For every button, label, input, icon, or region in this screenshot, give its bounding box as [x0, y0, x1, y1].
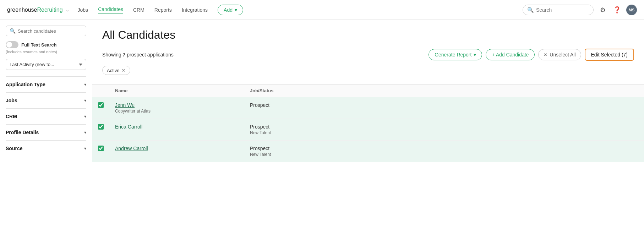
x-icon: ✕	[544, 52, 547, 58]
page-body: 🔍 Full Text Search (Includes resumes and…	[0, 20, 644, 229]
table-row: Jenn Wu Copywriter at Atlas Prospect	[92, 97, 644, 119]
candidate-status-jenn-wu: Prospect	[250, 102, 638, 108]
add-chevron-icon: ▾	[235, 7, 237, 13]
candidate-name-andrew-carroll[interactable]: Andrew Carroll	[115, 146, 239, 151]
filter-jobs-chevron-icon: ▾	[84, 98, 86, 103]
table-header: Name Job/Status	[92, 84, 644, 97]
filter-source-header[interactable]: Source ▾	[6, 146, 86, 151]
candidate-checkbox-erica-carroll[interactable]	[98, 124, 104, 130]
showing-suffix: prospect applications	[127, 52, 174, 58]
filter-application-type-chevron-icon: ▾	[84, 82, 86, 87]
filter-crm-chevron-icon: ▾	[84, 114, 86, 119]
filter-jobs: Jobs ▾	[6, 92, 86, 108]
filter-jobs-label: Jobs	[6, 98, 17, 103]
candidate-status-sub-andrew-carroll: New Talent	[250, 152, 638, 157]
full-text-row: Full Text Search	[6, 41, 86, 48]
remove-active-filter-button[interactable]: ✕	[121, 67, 126, 73]
includes-note: (Includes resumes and notes)	[6, 50, 86, 54]
table-row: Erica Carroll Prospect New Talent	[92, 119, 644, 141]
candidate-name-jenn-wu[interactable]: Jenn Wu	[115, 102, 239, 108]
toolbar: Showing 7 prospect applications Generate…	[102, 49, 634, 61]
top-nav: greenhouseRecruiting ⌄ Jobs Candidates C…	[0, 0, 644, 20]
unselect-all-label: Unselect All	[550, 52, 575, 58]
add-button[interactable]: Add ▾	[218, 5, 243, 15]
table-header-name: Name	[109, 84, 244, 97]
search-icon: 🔍	[527, 7, 534, 13]
generate-report-label: Generate Report	[435, 52, 471, 58]
showing-count: 7	[123, 52, 126, 58]
nav-link-integrations[interactable]: Integrations	[182, 7, 208, 13]
main-content: All Candidates Showing 7 prospect applic…	[92, 20, 644, 229]
filter-source-chevron-icon: ▾	[84, 146, 86, 151]
table-header-job-status: Job/Status	[244, 84, 644, 97]
table-row: Andrew Carroll Prospect New Talent	[92, 141, 644, 162]
logo-green: Recruiting	[37, 7, 63, 13]
nav-link-jobs[interactable]: Jobs	[78, 7, 88, 13]
filter-application-type-label: Application Type	[6, 82, 45, 87]
sidebar: 🔍 Full Text Search (Includes resumes and…	[0, 20, 92, 229]
generate-report-chevron-icon: ▾	[474, 52, 476, 58]
candidate-search-input[interactable]	[18, 28, 82, 34]
filter-application-type: Application Type ▾	[6, 76, 86, 92]
filter-crm-header[interactable]: CRM ▾	[6, 114, 86, 119]
settings-icon[interactable]: ⚙	[598, 5, 608, 15]
sort-select[interactable]: Last Activity (new to...	[6, 59, 86, 70]
showing-text: Showing 7 prospect applications	[102, 52, 425, 58]
generate-report-button[interactable]: Generate Report ▾	[429, 49, 482, 60]
active-filter-tags: Active ✕	[102, 66, 634, 75]
candidates-table-body: Jenn Wu Copywriter at Atlas Prospect Eri…	[92, 97, 644, 162]
candidates-table: Name Job/Status Jenn Wu Copywriter at At…	[92, 84, 644, 162]
toggle-knob	[6, 42, 12, 48]
logo-name: greenhouse	[7, 7, 37, 13]
showing-prefix: Showing	[102, 52, 123, 58]
logo: greenhouseRecruiting ⌄	[7, 7, 69, 13]
main-header: All Candidates Showing 7 prospect applic…	[92, 20, 644, 84]
table-header-checkbox-col	[92, 84, 109, 97]
filter-profile-details-chevron-icon: ▾	[84, 130, 86, 135]
filter-crm: CRM ▾	[6, 108, 86, 124]
full-text-toggle[interactable]	[6, 41, 18, 48]
global-search-box[interactable]: 🔍	[523, 5, 594, 15]
candidate-name-erica-carroll[interactable]: Erica Carroll	[115, 124, 239, 130]
candidate-status-andrew-carroll: Prospect	[250, 146, 638, 151]
search-input[interactable]	[536, 7, 589, 13]
logo-text: greenhouseRecruiting	[7, 7, 63, 13]
nav-link-candidates[interactable]: Candidates	[98, 6, 123, 13]
logo-chevron-icon: ⌄	[66, 7, 69, 12]
nav-link-crm[interactable]: CRM	[133, 7, 144, 13]
page-title: All Candidates	[102, 28, 634, 42]
full-text-label: Full Text Search	[21, 42, 56, 48]
unselect-all-button[interactable]: ✕ Unselect All	[538, 49, 581, 60]
filter-profile-details: Profile Details ▾	[6, 124, 86, 140]
help-icon[interactable]: ❓	[612, 5, 622, 15]
filter-source-label: Source	[6, 146, 22, 151]
active-filter-label: Active	[107, 68, 119, 73]
filter-source: Source ▾	[6, 140, 86, 156]
filter-application-type-header[interactable]: Application Type ▾	[6, 82, 86, 87]
filter-crm-label: CRM	[6, 114, 17, 119]
add-candidate-button[interactable]: + Add Candidate	[486, 49, 535, 60]
candidate-status-sub-erica-carroll: New Talent	[250, 130, 638, 135]
filter-profile-details-header[interactable]: Profile Details ▾	[6, 130, 86, 135]
avatar[interactable]: MS	[626, 5, 637, 15]
candidate-search-box[interactable]: 🔍	[6, 26, 86, 36]
candidate-checkbox-andrew-carroll[interactable]	[98, 146, 104, 151]
active-filter-tag: Active ✕	[102, 66, 130, 75]
edit-selected-label: Edit Selected (7)	[591, 52, 628, 58]
candidate-checkbox-jenn-wu[interactable]	[98, 102, 104, 108]
candidate-sub-jenn-wu: Copywriter at Atlas	[115, 109, 239, 114]
add-label: Add	[224, 7, 233, 13]
nav-links: Jobs Candidates CRM Reports Integrations…	[78, 5, 523, 15]
add-candidate-label: + Add Candidate	[492, 52, 529, 58]
nav-link-reports[interactable]: Reports	[154, 7, 172, 13]
candidate-status-erica-carroll: Prospect	[250, 124, 638, 130]
sidebar-search-icon: 🔍	[10, 28, 16, 34]
edit-selected-button[interactable]: Edit Selected (7)	[585, 49, 634, 61]
filter-profile-details-label: Profile Details	[6, 130, 39, 135]
filter-jobs-header[interactable]: Jobs ▾	[6, 98, 86, 103]
nav-right: 🔍 ⚙ ❓ MS	[523, 5, 637, 15]
